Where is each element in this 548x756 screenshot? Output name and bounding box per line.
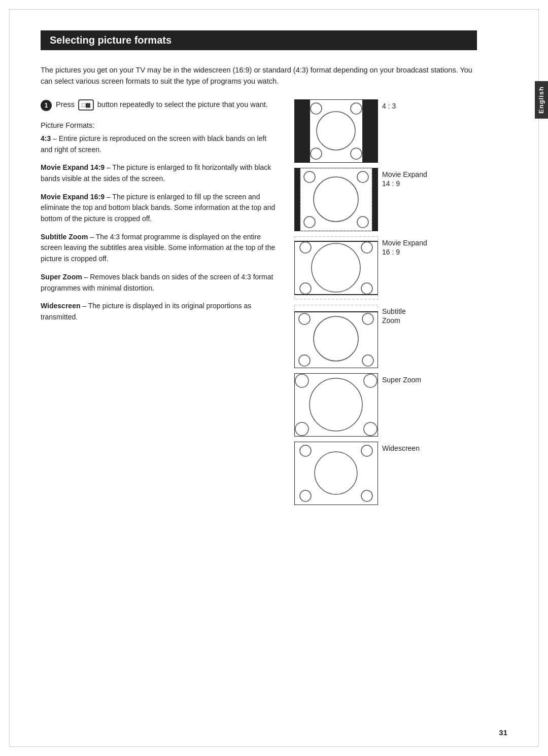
diagram-149-svg bbox=[294, 168, 378, 231]
page-number: 31 bbox=[499, 728, 507, 737]
diagram-169-svg bbox=[294, 236, 378, 300]
diagram-subtitle bbox=[294, 305, 378, 368]
svg-rect-10 bbox=[372, 168, 378, 231]
diagram-widescreen-svg bbox=[294, 442, 378, 505]
svg-rect-1 bbox=[363, 99, 378, 163]
diagram-149 bbox=[294, 168, 378, 231]
diagram-superzoom-svg bbox=[294, 373, 378, 437]
diagram-169 bbox=[294, 236, 378, 300]
page-border bbox=[9, 9, 539, 747]
diagram-43-svg bbox=[294, 99, 378, 163]
svg-rect-9 bbox=[294, 168, 300, 231]
svg-rect-19 bbox=[294, 236, 378, 300]
svg-rect-35 bbox=[294, 373, 378, 437]
diagram-widescreen bbox=[294, 442, 378, 505]
svg-rect-43 bbox=[294, 442, 378, 505]
svg-rect-0 bbox=[294, 99, 310, 163]
diagram-superzoom bbox=[294, 373, 378, 437]
english-tab: English bbox=[535, 81, 548, 119]
diagram-43 bbox=[294, 99, 378, 163]
diagram-subtitle-svg bbox=[294, 305, 378, 368]
